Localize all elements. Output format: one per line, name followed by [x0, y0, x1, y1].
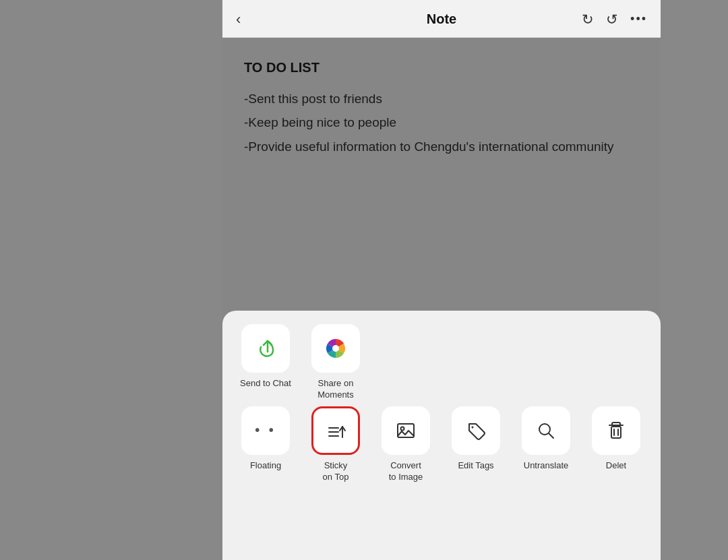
convert-to-image-label: Convertto Image — [389, 460, 423, 483]
edit-tags-item[interactable]: Edit Tags — [444, 406, 508, 483]
sticky-on-top-icon — [325, 420, 346, 441]
sticky-on-top-icon-box — [311, 406, 360, 455]
untranslate-icon-box — [522, 406, 570, 455]
sticky-on-top-item[interactable]: Stickyon Top — [303, 406, 368, 483]
search-icon — [535, 420, 557, 441]
page-title: Note — [427, 11, 456, 27]
share-moments-item[interactable]: Share on Moments — [303, 324, 368, 401]
redo-button[interactable]: ↺ — [606, 11, 618, 28]
delete-label: Delet — [606, 460, 626, 472]
send-to-chat-item[interactable]: Send to Chat — [233, 324, 298, 401]
share-moments-label: Share on Moments — [303, 378, 368, 401]
back-button[interactable]: ‹ — [236, 12, 241, 27]
edit-tags-label: Edit Tags — [458, 460, 493, 472]
svg-point-0 — [332, 345, 339, 352]
delete-item[interactable]: Delet — [584, 406, 648, 483]
note-area: TO DO LIST -Sent this post to friends -K… — [222, 38, 661, 311]
untranslate-item[interactable]: Untranslate — [514, 406, 578, 483]
floating-item[interactable]: • • Floating — [233, 406, 298, 483]
svg-line-9 — [549, 433, 553, 438]
header-left: ‹ — [236, 12, 241, 27]
note-title: TO DO LIST — [244, 57, 639, 79]
note-line-2: -Keep being nice to people — [244, 112, 639, 133]
header: ‹ Note ↻ ↺ ••• — [222, 0, 661, 38]
note-line-1: -Sent this post to friends — [244, 88, 639, 109]
svg-point-7 — [472, 426, 474, 428]
trash-icon — [605, 420, 627, 441]
delete-icon-box — [592, 406, 640, 455]
floating-icon-box: • • — [241, 406, 290, 455]
send-to-chat-label: Send to Chat — [240, 378, 291, 390]
header-right: ↻ ↺ ••• — [582, 11, 647, 28]
bottom-sheet: Send to Chat — [222, 311, 661, 560]
share-arrow-icon — [254, 337, 277, 360]
floating-label: Floating — [250, 460, 281, 472]
actions-row-1: Send to Chat — [233, 324, 650, 401]
convert-to-image-item[interactable]: Convertto Image — [373, 406, 438, 483]
untranslate-label: Untranslate — [524, 460, 568, 472]
image-icon — [395, 420, 417, 441]
svg-rect-10 — [611, 427, 621, 438]
actions-row-2: • • Floating Stickyon Top — [233, 406, 650, 483]
phone-container: ‹ Note ↻ ↺ ••• TO DO LIST -Sent this pos… — [222, 0, 661, 560]
tag-icon — [465, 420, 487, 441]
svg-rect-5 — [398, 424, 414, 437]
note-content: TO DO LIST -Sent this post to friends -K… — [244, 57, 639, 157]
convert-to-image-icon-box — [382, 406, 430, 455]
floating-icon: • • — [255, 423, 276, 438]
send-to-chat-icon-box — [241, 324, 290, 373]
sticky-on-top-label: Stickyon Top — [323, 460, 349, 483]
undo-button[interactable]: ↻ — [582, 11, 594, 28]
edit-tags-icon-box — [452, 406, 500, 455]
moments-icon — [322, 335, 349, 362]
share-moments-icon-box — [311, 324, 360, 373]
more-button[interactable]: ••• — [630, 12, 647, 26]
svg-point-6 — [401, 427, 404, 430]
note-line-3: -Provide useful information to Chengdu's… — [244, 136, 639, 157]
